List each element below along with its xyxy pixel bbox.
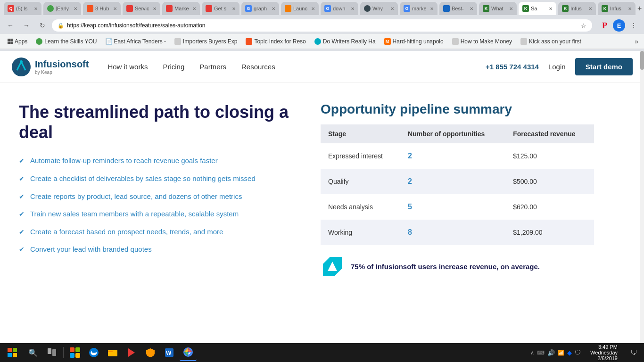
taskbar-edge[interactable] (85, 344, 102, 361)
scrollbar-track[interactable] (640, 51, 644, 343)
back-button[interactable]: ← (4, 19, 17, 32)
tab-close-11[interactable]: ✕ (430, 6, 434, 11)
menu-icon[interactable]: ⋮ (627, 19, 640, 32)
bookmark-importers[interactable]: Importers Buyers Exp (171, 37, 241, 46)
tab-favicon-9: G (324, 5, 331, 12)
search-button[interactable]: 🔍 (25, 344, 41, 361)
tab-4[interactable]: Servic ✕ (123, 2, 160, 15)
nav-how-it-works[interactable]: How it works (107, 63, 148, 71)
tab-11[interactable]: G marke ✕ (400, 2, 438, 15)
scrollbar-thumb[interactable] (640, 51, 644, 70)
tab-close-active[interactable]: ✕ (549, 6, 553, 11)
feature-item-1: ✔ Create a checklist of deliverables by … (19, 173, 292, 184)
bookmark-harditting[interactable]: M Hard-hitting unapolo (380, 37, 447, 46)
tab-active[interactable]: K Sa ✕ (519, 2, 556, 15)
tab-favicon-8 (285, 5, 291, 12)
speaker-icon[interactable]: 🔊 (547, 349, 555, 356)
tab-9[interactable]: G down ✕ (321, 2, 358, 15)
nav-pricing[interactable]: Pricing (163, 63, 184, 71)
media-icon (126, 347, 137, 358)
taskbar-file-explorer[interactable] (104, 344, 121, 361)
tab-7[interactable]: G graph ✕ (241, 2, 279, 15)
rev-1: $500.00 (505, 169, 594, 194)
opp-1: 2 (400, 169, 505, 194)
new-tab-button[interactable]: + (637, 2, 642, 15)
tab-close-6[interactable]: ✕ (232, 6, 236, 11)
tab-5[interactable]: Marke ✕ (162, 2, 200, 15)
tab-close-1[interactable]: ✕ (34, 6, 38, 11)
dropbox-icon[interactable]: ◆ (567, 349, 572, 356)
tab-3[interactable]: 8 Hub ✕ (83, 2, 121, 15)
time-block[interactable]: 3:49 PM Wednesday 2/6/2019 (586, 344, 621, 361)
tab-close-3[interactable]: ✕ (113, 6, 117, 11)
refresh-button[interactable]: ↻ (36, 19, 49, 32)
taskbar-security[interactable] (142, 344, 159, 361)
feature-text-5: Convert your lead with branded quotes (30, 244, 152, 254)
start-demo-button[interactable]: Start demo (575, 58, 633, 75)
nav-resources[interactable]: Resources (241, 63, 275, 71)
pinterest-icon[interactable]: 𝐏 (598, 19, 611, 32)
navbar: Infusionsoft by Keap How it works Pricin… (0, 51, 644, 83)
network-icon[interactable]: 📶 (558, 350, 564, 356)
windows-logo (8, 348, 17, 357)
login-link[interactable]: Login (548, 63, 566, 71)
tab-13[interactable]: K What ✕ (479, 2, 517, 15)
nav-partners[interactable]: Partners (199, 63, 226, 71)
taskbar-chrome[interactable] (180, 344, 197, 361)
notification-button[interactable]: 🗨 (625, 344, 642, 361)
tab-2[interactable]: [Early ✕ (43, 2, 81, 15)
tab-1[interactable]: Q (5) ls ✕ (4, 2, 41, 15)
headline: The streamlined path to closing a deal (19, 102, 292, 142)
logo-text: Infusionsoft by Keap (35, 59, 89, 75)
tab-close-8[interactable]: ✕ (311, 6, 315, 11)
bookmark-topic-label: Topic Index for Reso (254, 38, 305, 45)
tab-favicon-2 (47, 5, 54, 12)
profile-icon[interactable]: E (613, 19, 625, 32)
bookmark-writers[interactable]: Do Writers Really Ha (311, 37, 380, 46)
bookmark-harditting-icon: M (384, 38, 391, 45)
tab-close-12[interactable]: ✕ (470, 6, 473, 11)
tab-label-15: Infus (570, 6, 582, 11)
bookmark-eat[interactable]: 📄 East Africa Tenders - (102, 37, 170, 46)
address-bar[interactable]: 🔒 https://keap.com/infusionsoft/features… (52, 19, 592, 32)
bookmark-topic[interactable]: Topic Index for Reso (242, 37, 309, 46)
tab-favicon-13: K (483, 5, 489, 12)
tab-close-5[interactable]: ✕ (192, 6, 196, 11)
tab-label-11: marke (412, 6, 427, 11)
bookmark-money[interactable]: How to Make Money (448, 37, 516, 46)
forward-button[interactable]: → (20, 19, 33, 32)
tab-8[interactable]: Launc ✕ (281, 2, 319, 15)
opp-num-0: 2 (408, 152, 412, 160)
tab-close-7[interactable]: ✕ (272, 6, 275, 11)
tab-close-15[interactable]: ✕ (588, 6, 592, 11)
bookmark-star-icon[interactable]: ☆ (581, 22, 586, 29)
tab-close-9[interactable]: ✕ (351, 6, 355, 11)
tab-label-5: Marke (174, 6, 189, 11)
table-row: Needs analysis 5 $620.00 (321, 194, 594, 220)
bookmark-apps[interactable]: Apps (4, 37, 31, 46)
main-content: The streamlined path to closing a deal ✔… (0, 83, 644, 319)
clock-date2: 2/6/2019 (597, 355, 618, 361)
tab-close-13[interactable]: ✕ (509, 6, 513, 11)
bookmarks-more-button[interactable]: » (633, 37, 640, 46)
tab-close-4[interactable]: ✕ (153, 6, 157, 11)
tab-12[interactable]: Best- ✕ (439, 2, 477, 15)
tab-10[interactable]: Why ✕ (360, 2, 398, 15)
tab-close-16[interactable]: ✕ (628, 6, 632, 11)
tab-16[interactable]: K Infus ✕ (598, 2, 636, 15)
tab-close-10[interactable]: ✕ (390, 6, 394, 11)
bookmark-kickass[interactable]: Kick ass on your first (517, 37, 585, 46)
bookmark-learn[interactable]: Learn the Skills YOU (32, 37, 100, 46)
tab-6[interactable]: Get s ✕ (202, 2, 239, 15)
tab-close-2[interactable]: ✕ (74, 6, 77, 11)
tab-15[interactable]: K Infus ✕ (558, 2, 596, 15)
start-button[interactable] (2, 344, 23, 361)
tab-favicon-3 (87, 5, 93, 12)
taskbar-word[interactable]: W (161, 344, 178, 361)
up-arrow-icon[interactable]: ∧ (530, 350, 534, 356)
bookmark-learn-icon (36, 38, 42, 45)
taskbar-app-store[interactable] (66, 344, 83, 361)
taskbar-media[interactable] (123, 344, 140, 361)
task-view-button[interactable] (43, 344, 60, 361)
logo[interactable]: Infusionsoft by Keap (11, 57, 89, 77)
